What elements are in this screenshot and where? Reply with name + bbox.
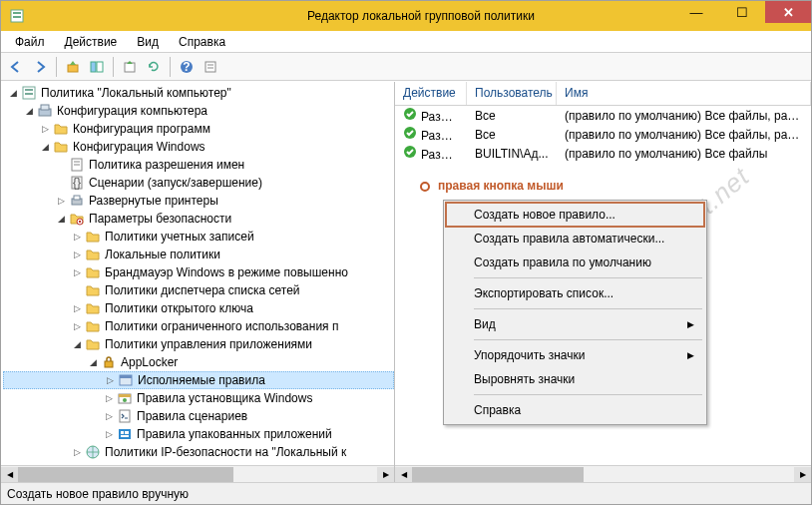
svg-rect-16	[41, 105, 49, 110]
svg-rect-23	[74, 196, 80, 200]
scroll-thumb[interactable]	[18, 467, 233, 482]
context-menu-item-label: Создать новое правило...	[474, 208, 615, 222]
expand-icon[interactable]: ▷	[103, 410, 115, 422]
forward-button[interactable]	[29, 56, 51, 78]
scroll-track[interactable]	[18, 467, 377, 482]
ipsec-icon	[85, 444, 101, 460]
export-button[interactable]	[119, 56, 141, 78]
menu-action[interactable]: Действие	[55, 32, 128, 52]
scroll-thumb[interactable]	[412, 467, 584, 482]
tree-node[interactable]: ▷Локальные политики	[3, 246, 394, 263]
toolbar: ?	[1, 53, 811, 81]
context-menu-item[interactable]: Выровнять значки	[446, 367, 704, 391]
context-menu-item[interactable]: Экспортировать список...	[446, 281, 704, 305]
collapse-icon[interactable]: ◢	[39, 141, 51, 153]
expand-icon[interactable]: ▷	[55, 195, 67, 207]
app-icon	[9, 8, 25, 24]
context-menu[interactable]: Создать новое правило...Создать правила …	[443, 200, 707, 425]
context-menu-item[interactable]: Создать новое правило...	[446, 203, 704, 227]
expand-icon[interactable]: ▷	[71, 446, 83, 458]
menu-file[interactable]: Файл	[5, 32, 55, 52]
tree-node[interactable]: ▷Политики учетных записей	[3, 228, 394, 246]
minimize-button[interactable]: —	[673, 1, 719, 23]
collapse-icon[interactable]: ◢	[23, 105, 35, 117]
expand-icon[interactable]: ▷	[71, 302, 83, 314]
expand-icon[interactable]: ▷	[71, 231, 83, 243]
scroll-right-button[interactable]: ▶	[794, 467, 811, 482]
tree-node[interactable]: ▷{}Сценарии (запуск/завершение)	[3, 174, 394, 192]
context-menu-item-label: Упорядочить значки	[474, 348, 586, 362]
folder-icon	[53, 121, 69, 137]
tree-node[interactable]: ▷Политика разрешения имен	[3, 156, 394, 174]
cell-name: (правило по умолчанию) Все файлы	[557, 147, 811, 161]
list-row[interactable]: Разре...Все(правило по умолчанию) Все фа…	[395, 125, 811, 144]
menu-bar: Файл Действие Вид Справка	[1, 31, 811, 53]
tree-node[interactable]: ▷Правила установщика Windows	[3, 389, 394, 407]
show-hide-tree-button[interactable]	[86, 56, 108, 78]
tree-node[interactable]: ▷Правила упакованных приложений	[3, 425, 394, 443]
expand-icon[interactable]: ▷	[71, 266, 83, 278]
scroll-left-button[interactable]: ◀	[1, 467, 18, 482]
tree-hscrollbar[interactable]: ◀ ▶	[1, 465, 394, 482]
context-menu-item[interactable]: Создать правила по умолчанию	[446, 251, 704, 274]
tree-view[interactable]: ◢Политика "Локальный компьютер"◢Конфигур…	[1, 82, 394, 465]
expand-icon[interactable]: ▷	[103, 392, 115, 404]
tree-node[interactable]: ◢Параметры безопасности	[3, 210, 394, 228]
collapse-icon[interactable]: ◢	[87, 356, 99, 368]
list-row[interactable]: Разре...BUILTIN\Ад...(правило по умолчан…	[395, 144, 811, 163]
tree-node[interactable]: ▷Брандмауэр Windows в режиме повышенно	[3, 263, 394, 281]
tree-node[interactable]: ▷Политики диспетчера списка сетей	[3, 281, 394, 299]
tree-node[interactable]: ◢Конфигурация Windows	[3, 138, 394, 156]
properties-button[interactable]	[200, 56, 221, 78]
collapse-icon[interactable]: ◢	[71, 338, 83, 350]
context-menu-item[interactable]: Упорядочить значки▶	[446, 343, 704, 367]
expand-icon[interactable]: ▷	[104, 374, 116, 386]
expand-icon[interactable]: ▷	[71, 320, 83, 332]
tree-node[interactable]: ◢Политики управления приложениями	[3, 335, 394, 353]
scroll-left-button[interactable]: ◀	[395, 467, 412, 482]
scroll-right-button[interactable]: ▶	[377, 467, 394, 482]
list-hscrollbar[interactable]: ◀ ▶	[395, 465, 811, 482]
context-menu-item[interactable]: Вид▶	[446, 312, 704, 336]
up-button[interactable]	[62, 56, 84, 78]
refresh-button[interactable]	[143, 56, 165, 78]
menu-view[interactable]: Вид	[127, 32, 169, 52]
help-button[interactable]: ?	[176, 56, 198, 78]
menu-separator	[474, 277, 702, 278]
annotation-dot-icon	[420, 182, 430, 192]
tree-node[interactable]: ◢Конфигурация компьютера	[3, 102, 394, 120]
expand-icon[interactable]: ▷	[39, 123, 51, 135]
back-button[interactable]	[5, 56, 27, 78]
tree-node[interactable]: ▷Политики IP-безопасности на "Локальный …	[3, 443, 394, 461]
svg-rect-13	[25, 89, 33, 91]
svg-rect-9	[205, 62, 215, 72]
scroll-track[interactable]	[412, 467, 794, 482]
status-text: Создать новое правило вручную	[7, 487, 189, 501]
maximize-button[interactable]: ☐	[719, 1, 765, 23]
svg-rect-32	[120, 410, 130, 422]
tree-node[interactable]: ◢AppLocker	[3, 353, 394, 371]
tree-node[interactable]: ◢Политика "Локальный компьютер"	[3, 84, 394, 102]
collapse-icon[interactable]: ◢	[7, 87, 19, 99]
column-user[interactable]: Пользователь	[467, 82, 557, 105]
context-menu-item[interactable]: Создать правила автоматически...	[446, 227, 704, 251]
cell-name: (правило по умолчанию) Все файлы, распол…	[557, 128, 811, 142]
collapse-icon[interactable]: ◢	[55, 213, 67, 225]
list-row[interactable]: Разре...Все(правило по умолчанию) Все фа…	[395, 106, 811, 125]
list-body[interactable]: Разре...Все(правило по умолчанию) Все фа…	[395, 106, 811, 465]
tree-node[interactable]: ▷Конфигурация программ	[3, 120, 394, 138]
tree-node[interactable]: ▷Исполняемые правила	[3, 371, 394, 389]
expand-icon[interactable]: ▷	[103, 428, 115, 440]
close-button[interactable]: ✕	[765, 1, 811, 23]
svg-text:?: ?	[183, 60, 190, 74]
menu-help[interactable]: Справка	[169, 32, 235, 52]
column-action[interactable]: Действие	[395, 82, 467, 105]
tree-node[interactable]: ▷Правила сценариев	[3, 407, 394, 425]
column-name[interactable]: Имя	[557, 82, 811, 105]
tree-node[interactable]: ▷Политики ограниченного использования п	[3, 317, 394, 335]
context-menu-item[interactable]: Справка	[446, 398, 704, 422]
tree-pane: ◢Политика "Локальный компьютер"◢Конфигур…	[1, 82, 395, 482]
expand-icon[interactable]: ▷	[71, 249, 83, 260]
tree-node[interactable]: ▷Политики открытого ключа	[3, 299, 394, 317]
tree-node[interactable]: ▷Развернутые принтеры	[3, 192, 394, 210]
